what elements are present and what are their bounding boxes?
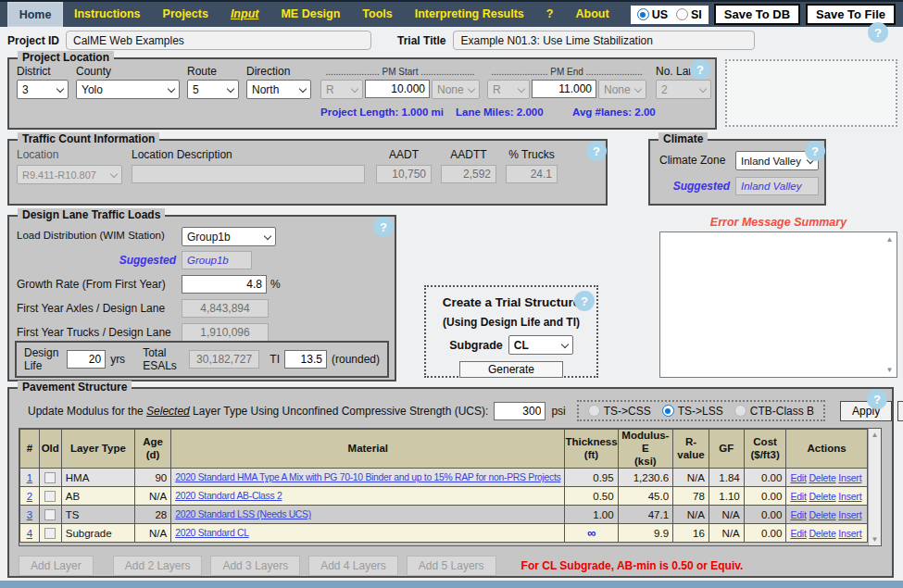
tab-help[interactable]: ? bbox=[535, 2, 565, 27]
generate-button[interactable]: Generate bbox=[459, 361, 563, 378]
location-description-input bbox=[132, 165, 365, 183]
si-radio[interactable] bbox=[676, 8, 688, 20]
pm-end-input[interactable] bbox=[532, 80, 596, 98]
material-link[interactable]: 2020 Standard CL bbox=[175, 528, 249, 538]
row-number-link[interactable]: 4 bbox=[27, 528, 32, 539]
si-radio-label: SI bbox=[691, 8, 702, 21]
district-select[interactable]: 3 bbox=[17, 80, 69, 99]
direction-label: Direction bbox=[246, 65, 290, 78]
delete-link[interactable]: Delete bbox=[809, 528, 835, 539]
tab-instructions[interactable]: Instructions bbox=[63, 2, 152, 27]
layer-row-hma: 1 HMA 90 2020 Standard HMA Type A Mix wi… bbox=[20, 469, 868, 487]
error-summary-scrollbar[interactable]: ▲ ▼ bbox=[883, 232, 897, 377]
notes-box bbox=[725, 59, 897, 127]
col-header-old: Old bbox=[39, 430, 61, 469]
route-select[interactable]: 5 bbox=[187, 80, 239, 99]
edit-link[interactable]: Edit bbox=[790, 472, 806, 483]
location-label: Location bbox=[17, 148, 58, 161]
modulus-cell: 9.9 bbox=[618, 524, 672, 543]
pavement-help-icon[interactable]: ? bbox=[867, 389, 887, 409]
insert-link[interactable]: Insert bbox=[838, 528, 861, 539]
old-checkbox[interactable] bbox=[44, 491, 56, 502]
tab-tools[interactable]: Tools bbox=[351, 2, 403, 27]
growth-rate-label: Growth Rate (From First Year) bbox=[17, 278, 166, 291]
table-scrollbar[interactable]: ▲ ▼ bbox=[868, 429, 881, 545]
ti-suffix: (rounded) bbox=[332, 353, 380, 366]
trial-title-input[interactable] bbox=[453, 31, 755, 50]
project-location-help-icon[interactable]: ? bbox=[690, 59, 710, 80]
traffic-help-icon[interactable]: ? bbox=[586, 141, 607, 161]
lane-miles-text: Lane Miles: 2.000 bbox=[456, 106, 544, 118]
tab-interpreting-results[interactable]: Interpreting Results bbox=[404, 2, 535, 27]
delete-all-button[interactable]: Delete All bbox=[897, 401, 903, 421]
insert-link[interactable]: Insert bbox=[838, 509, 861, 520]
old-checkbox[interactable] bbox=[44, 472, 56, 483]
layer-type-cell: TS bbox=[61, 506, 134, 524]
project-id-input[interactable] bbox=[66, 31, 371, 50]
pm-start-input[interactable] bbox=[365, 80, 430, 98]
ucs-input[interactable] bbox=[494, 402, 546, 420]
wim-select[interactable]: Group1b bbox=[182, 227, 276, 246]
subgrade-select[interactable]: CL bbox=[508, 335, 573, 355]
trial-structure-help-icon[interactable]: ? bbox=[574, 291, 595, 311]
age-cell: N/A bbox=[135, 487, 171, 506]
save-to-db-button[interactable]: Save To DB bbox=[714, 4, 800, 25]
edit-link[interactable]: Edit bbox=[790, 491, 806, 502]
old-checkbox[interactable] bbox=[44, 528, 56, 539]
trial-structure-title: Create a Trial Structure bbox=[443, 295, 581, 309]
ctb-class-b-label: CTB-Class B bbox=[750, 405, 814, 418]
add-2-layers-button: Add 2 Layers bbox=[113, 556, 203, 576]
layer-type-cell: Subgrade bbox=[61, 524, 134, 543]
design-loads-help-icon[interactable]: ? bbox=[373, 217, 394, 237]
tab-me-design[interactable]: ME Design bbox=[270, 2, 351, 27]
scroll-up-icon[interactable]: ▲ bbox=[871, 431, 878, 439]
county-select[interactable]: Yolo bbox=[76, 80, 180, 99]
growth-rate-input[interactable] bbox=[182, 275, 267, 294]
edit-link[interactable]: Edit bbox=[790, 509, 806, 520]
age-cell: 28 bbox=[135, 506, 171, 524]
material-link[interactable]: 2020 Standard HMA Type A Mix with PG 70-… bbox=[175, 472, 560, 482]
ts-lss-radio[interactable] bbox=[662, 405, 674, 417]
chevron-down-icon bbox=[56, 84, 64, 92]
design-life-unit: yrs bbox=[110, 353, 125, 366]
scroll-up-icon[interactable]: ▲ bbox=[886, 235, 894, 244]
old-checkbox[interactable] bbox=[44, 509, 56, 520]
delete-link[interactable]: Delete bbox=[809, 491, 835, 502]
project-header-row: Project ID Trial Title bbox=[7, 31, 896, 50]
insert-link[interactable]: Insert bbox=[838, 491, 861, 502]
tab-projects[interactable]: Projects bbox=[152, 2, 219, 27]
save-to-file-button[interactable]: Save To File bbox=[806, 4, 896, 25]
scroll-down-icon[interactable]: ▼ bbox=[871, 535, 878, 544]
tab-home[interactable]: Home bbox=[7, 2, 63, 27]
insert-link[interactable]: Insert bbox=[838, 472, 861, 483]
scroll-down-icon[interactable]: ▼ bbox=[886, 366, 894, 374]
delete-link[interactable]: Delete bbox=[809, 509, 835, 520]
ti-label: TI bbox=[270, 353, 280, 366]
page-help-icon[interactable]: ? bbox=[868, 22, 888, 43]
tab-input[interactable]: Input bbox=[219, 2, 270, 27]
thickness-cell: 1.00 bbox=[565, 506, 618, 524]
gf-cell: N/A bbox=[709, 506, 744, 524]
climate-help-icon[interactable]: ? bbox=[805, 141, 825, 161]
ti-input[interactable] bbox=[284, 350, 327, 369]
delete-link[interactable]: Delete bbox=[809, 472, 835, 483]
row-number-link[interactable]: 1 bbox=[27, 472, 32, 483]
material-link[interactable]: 2020 Standard LSS (Needs UCS) bbox=[175, 509, 311, 519]
traffic-count-legend: Traffic Count Information bbox=[18, 132, 159, 145]
col-header-rvalue: R-value bbox=[673, 430, 709, 469]
material-link[interactable]: 2020 Standard AB-Class 2 bbox=[175, 491, 282, 501]
project-location-group: Project Location District 3 County Yolo … bbox=[7, 57, 717, 130]
row-number-link[interactable]: 3 bbox=[27, 509, 32, 520]
us-radio[interactable] bbox=[637, 8, 649, 20]
edit-link[interactable]: Edit bbox=[790, 528, 806, 539]
chevron-down-icon bbox=[561, 340, 569, 347]
add-4-layers-button: Add 4 Layers bbox=[308, 556, 398, 576]
row-number-link[interactable]: 2 bbox=[27, 491, 32, 502]
climate-legend: Climate bbox=[658, 132, 708, 145]
layers-table-container: # Old Layer Type Age(d) Material Thickne… bbox=[19, 428, 882, 546]
direction-select[interactable]: North bbox=[246, 80, 311, 99]
design-life-input[interactable] bbox=[67, 350, 106, 369]
tab-about[interactable]: About bbox=[564, 2, 620, 27]
table-header-row: # Old Layer Type Age(d) Material Thickne… bbox=[20, 430, 868, 469]
subgrade-label: Subgrade bbox=[449, 339, 503, 352]
